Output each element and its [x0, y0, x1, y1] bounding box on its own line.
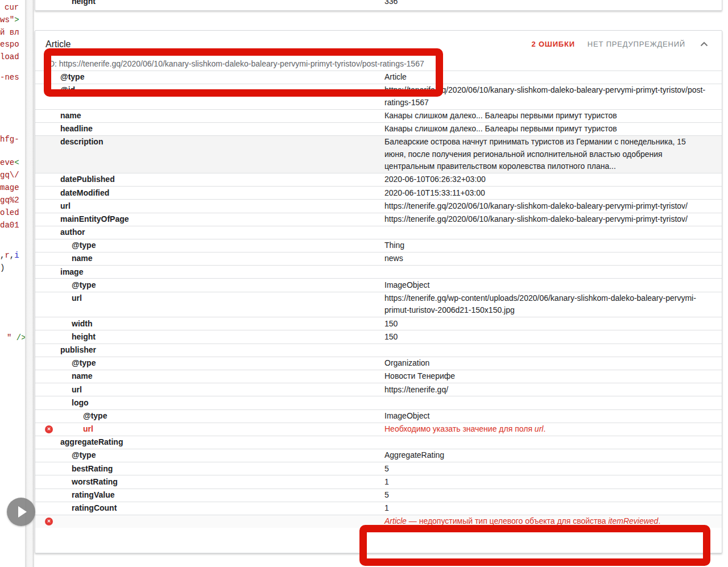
property-value: 336 [384, 0, 714, 7]
table-row[interactable]: ratingValue5 [35, 489, 722, 502]
run-test-button[interactable] [7, 498, 35, 526]
property-key: ratingValue [35, 489, 384, 501]
property-key: height [35, 331, 384, 343]
item-id-row[interactable]: ID: https://tenerife.gq/2020/06/10/kanar… [35, 57, 722, 71]
error-count-badge[interactable]: 2 ОШИБКИ [531, 40, 574, 48]
property-key: url [35, 423, 384, 435]
table-row[interactable]: ✕urlНеобходимо указать значение для поля… [35, 423, 722, 436]
table-row[interactable]: ✕Article — недопустимый тип целевого объ… [35, 515, 722, 528]
property-value: Канары слишком далеко... Балеары первыми… [384, 123, 714, 135]
property-key: url [35, 200, 384, 212]
table-row[interactable]: urlhttps://tenerife.gq/2020/06/10/kanary… [35, 199, 722, 212]
code-fragment: espo [0, 39, 19, 51]
property-value [384, 436, 714, 448]
table-row[interactable]: aggregateRating [35, 436, 722, 449]
table-row[interactable]: urlhttps://tenerife.gq/wp-content/upload… [35, 292, 722, 317]
property-key: name [35, 253, 384, 264]
property-key: width [35, 318, 384, 330]
table-row[interactable]: @typeImageObject [35, 409, 722, 423]
code-fragment: ws"> [0, 14, 19, 26]
code-fragment: oled [0, 207, 19, 219]
table-row[interactable]: @idhttps://tenerife.gq/2020/06/10/kanary… [35, 84, 722, 109]
property-value: 150 [384, 318, 714, 330]
article-table: @typeArticle@idhttps://tenerife.gq/2020/… [35, 71, 722, 528]
error-icon: ✕ [45, 425, 53, 433]
property-value: https://tenerife.gq/2020/06/10/kanary-sl… [384, 213, 714, 225]
top-card-table: width702height336 [35, 0, 722, 7]
property-value: 1 [384, 476, 714, 488]
code-fragment: da01 [0, 220, 19, 231]
property-key: author [35, 226, 384, 238]
table-row[interactable]: descriptionБалеарские острова начнут при… [35, 135, 722, 173]
property-key: logo [35, 397, 384, 409]
property-key: name [35, 110, 384, 122]
code-fragment: " /> [7, 332, 25, 344]
code-fragment: gq%2 [0, 194, 19, 206]
play-icon [18, 506, 27, 518]
code-fragment: hfg- [0, 134, 19, 146]
article-card-header[interactable]: Article 2 ОШИБКИ НЕТ ПРЕДУПРЕЖДЕНИЙ [35, 31, 722, 57]
table-row[interactable]: mainEntityOfPagehttps://tenerife.gq/2020… [35, 213, 722, 226]
property-key: dateModified [35, 187, 384, 199]
table-row[interactable]: height336 [35, 0, 722, 7]
property-value: Organization [384, 357, 714, 369]
code-fragment: eve< [0, 157, 19, 169]
property-value: AggregateRating [384, 449, 714, 461]
table-row[interactable]: @typeAggregateRating [35, 449, 722, 462]
property-value [384, 266, 714, 278]
table-row[interactable]: @typeOrganization [35, 357, 722, 370]
table-row[interactable]: publisher [35, 343, 722, 357]
property-key: @id [35, 84, 384, 109]
property-key: @type [35, 71, 384, 83]
property-value: 2020-06-10T06:26:32+03:00 [384, 173, 714, 185]
table-row[interactable]: width150 [35, 317, 722, 330]
table-row[interactable]: datePublished2020-06-10T06:26:32+03:00 [35, 173, 722, 186]
table-row[interactable]: nameКанары слишком далеко... Балеары пер… [35, 109, 722, 122]
property-value: 2020-06-10T15:33:11+03:00 [384, 187, 714, 199]
table-row[interactable]: headlineКанары слишком далеко... Балеары… [35, 122, 722, 135]
table-row[interactable]: @typeImageObject [35, 278, 722, 291]
code-fragment: й вл [0, 27, 19, 39]
property-value: 1 [384, 502, 714, 514]
code-fragment: ,r,i [0, 250, 19, 262]
error-message: Необходимо указать значение для поля url… [384, 423, 714, 435]
table-row[interactable]: namenews [35, 252, 722, 265]
property-key: ratingCount [35, 502, 384, 514]
property-value: ImageObject [384, 410, 714, 422]
code-fragment: gq\/ [0, 169, 19, 181]
code-fragment: -nes [0, 72, 19, 84]
property-value: Article [384, 71, 714, 83]
property-key: url [35, 384, 384, 396]
table-row[interactable]: author [35, 226, 722, 239]
property-key: url [35, 292, 384, 317]
property-value: https://tenerife.gq/ [384, 384, 714, 396]
property-value [384, 226, 714, 238]
table-row[interactable]: image [35, 265, 722, 278]
table-row[interactable]: @typeArticle [35, 71, 722, 84]
previous-item-card: width702height336 [35, 0, 722, 11]
error-icon: ✕ [45, 518, 53, 525]
property-key: mainEntityOfPage [35, 213, 384, 225]
table-row[interactable]: dateModified2020-06-10T15:33:11+03:00 [35, 186, 722, 199]
property-key: @type [35, 279, 384, 291]
property-value: ImageObject [384, 279, 714, 291]
property-key: @type [35, 357, 384, 369]
table-row[interactable]: urlhttps://tenerife.gq/ [35, 383, 722, 396]
table-row[interactable]: ratingCount1 [35, 502, 722, 515]
code-fragment: load [0, 51, 19, 63]
table-row[interactable]: worstRating1 [35, 475, 722, 488]
property-key: publisher [35, 344, 384, 356]
table-row[interactable]: logo [35, 396, 722, 409]
property-key: description [35, 136, 384, 172]
property-key: image [35, 266, 384, 278]
table-row[interactable]: height150 [35, 330, 722, 343]
table-row[interactable]: nameНовости Тенерифе [35, 370, 722, 383]
property-value: Балеарские острова начнут принимать тури… [384, 136, 692, 172]
chevron-up-icon[interactable] [698, 39, 710, 49]
table-row[interactable]: bestRating5 [35, 462, 722, 475]
table-row[interactable]: @typeThing [35, 239, 722, 252]
property-key: worstRating [35, 476, 384, 488]
card-title: Article [46, 39, 71, 49]
panel-divider[interactable] [25, 0, 34, 567]
property-value: 5 [384, 489, 714, 501]
